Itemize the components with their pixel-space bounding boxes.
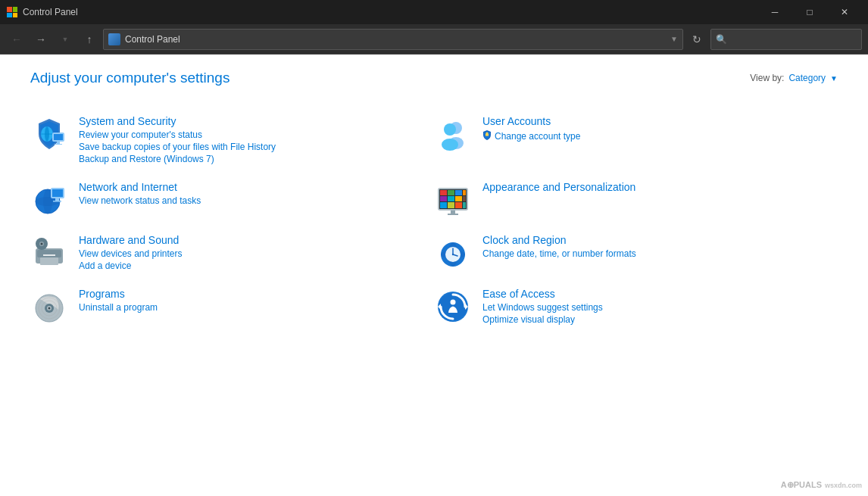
address-chevron-icon: ▼ (670, 35, 678, 43)
clock-link-1[interactable]: Change date, time, or number formats (482, 248, 838, 259)
svg-point-63 (451, 300, 456, 305)
category-clock: Clock and Region Change date, time, or n… (434, 226, 838, 280)
system-security-title[interactable]: System and Security (79, 115, 434, 127)
address-text: Control Panel (125, 34, 666, 45)
ease-of-access-link-1[interactable]: Let Windows suggest settings (482, 302, 838, 313)
up-button[interactable]: ↑ (79, 29, 100, 50)
hardware-title[interactable]: Hardware and Sound (79, 234, 434, 246)
svg-rect-39 (40, 257, 58, 265)
view-by-value[interactable]: Category (788, 73, 826, 83)
programs-icon (30, 288, 68, 326)
svg-rect-33 (455, 202, 462, 208)
svg-rect-4 (54, 134, 63, 140)
title-bar: Control Panel ─ □ ✕ (0, 0, 868, 24)
system-security-link-3[interactable]: Backup and Restore (Windows 7) (79, 154, 434, 164)
address-field[interactable]: Control Panel ▼ (103, 29, 683, 50)
system-security-info: System and Security Review your computer… (79, 115, 434, 166)
svg-rect-31 (440, 202, 447, 208)
page-title: Adjust your computer's settings (30, 70, 229, 86)
ease-of-access-link-2[interactable]: Optimize visual display (482, 314, 838, 325)
view-by-control: View by: Category ▼ (750, 73, 838, 83)
forward-button[interactable]: → (30, 29, 52, 50)
appearance-title[interactable]: Appearance and Personalization (482, 181, 838, 193)
categories-grid: System and Security Review your computer… (30, 108, 838, 334)
svg-point-56 (48, 307, 51, 310)
category-user-accounts: User Accounts Change account type (434, 108, 838, 173)
user-accounts-icon (434, 115, 472, 153)
category-ease-of-access: Ease of Access Let Windows suggest setti… (434, 280, 838, 334)
svg-rect-25 (455, 190, 462, 195)
category-system-security: System and Security Review your computer… (30, 108, 434, 173)
user-accounts-info: User Accounts Change account type (482, 115, 838, 143)
network-icon (30, 181, 68, 219)
search-box[interactable]: 🔍 (710, 29, 862, 50)
svg-point-51 (452, 254, 454, 255)
ease-of-access-title[interactable]: Ease of Access (482, 288, 838, 300)
svg-rect-28 (448, 196, 454, 201)
maximize-button[interactable]: □ (792, 0, 827, 24)
appearance-icon (434, 181, 472, 219)
network-info: Network and Internet View network status… (79, 181, 434, 207)
svg-rect-34 (463, 202, 466, 208)
network-link-1[interactable]: View network status and tasks (79, 195, 434, 206)
svg-rect-19 (55, 198, 59, 201)
clock-info: Clock and Region Change date, time, or n… (482, 234, 838, 260)
programs-info: Programs Uninstall a program (79, 288, 434, 314)
svg-rect-6 (55, 144, 62, 145)
programs-link-1[interactable]: Uninstall a program (79, 302, 434, 313)
programs-title[interactable]: Programs (79, 288, 434, 300)
page-header: Adjust your computer's settings View by:… (30, 70, 838, 86)
view-by-label: View by: (750, 73, 784, 83)
svg-rect-30 (463, 196, 466, 201)
svg-rect-38 (37, 250, 61, 257)
category-hardware: Hardware and Sound View devices and prin… (30, 226, 434, 280)
clock-icon (434, 234, 472, 272)
close-button[interactable]: ✕ (827, 0, 862, 24)
hardware-link-2[interactable]: Add a device (79, 260, 434, 271)
recent-button[interactable]: ▼ (55, 29, 76, 50)
svg-rect-29 (455, 196, 462, 201)
svg-rect-40 (43, 254, 55, 256)
category-programs: Programs Uninstall a program (30, 280, 434, 334)
svg-point-43 (41, 243, 43, 245)
title-bar-controls: ─ □ ✕ (757, 0, 862, 24)
svg-point-12 (486, 133, 489, 135)
clock-title[interactable]: Clock and Region (482, 234, 838, 246)
svg-rect-5 (57, 142, 60, 144)
view-by-chevron-icon: ▼ (830, 74, 838, 83)
svg-rect-27 (440, 196, 447, 201)
minimize-button[interactable]: ─ (757, 0, 792, 24)
shield-icon (482, 129, 492, 143)
svg-rect-32 (448, 202, 454, 208)
appearance-info: Appearance and Personalization (482, 181, 838, 195)
user-accounts-title[interactable]: User Accounts (482, 115, 838, 127)
svg-rect-35 (451, 211, 455, 214)
search-icon: 🔍 (716, 34, 727, 45)
category-appearance: Appearance and Personalization (434, 173, 838, 226)
title-bar-text: Control Panel (23, 7, 753, 17)
refresh-button[interactable]: ↻ (686, 29, 707, 50)
hardware-info: Hardware and Sound View devices and prin… (79, 234, 434, 273)
system-security-icon (30, 115, 68, 153)
category-network: Network and Internet View network status… (30, 173, 434, 226)
change-account-type-link[interactable]: Change account type (495, 131, 580, 142)
hardware-icon (30, 234, 68, 272)
ease-of-access-icon (434, 288, 472, 326)
ease-of-access-info: Ease of Access Let Windows suggest setti… (482, 288, 838, 326)
svg-rect-20 (53, 201, 61, 202)
back-button[interactable]: ← (6, 29, 27, 50)
hardware-link-1[interactable]: View devices and printers (79, 248, 434, 259)
change-account-type-row: Change account type (482, 129, 838, 143)
svg-rect-18 (52, 189, 63, 197)
app-icon (6, 6, 18, 18)
svg-rect-24 (448, 190, 454, 195)
svg-point-10 (442, 139, 458, 151)
svg-rect-36 (448, 214, 458, 215)
address-icon (108, 33, 120, 45)
network-title[interactable]: Network and Internet (79, 181, 434, 193)
svg-rect-23 (440, 190, 447, 195)
address-bar: ← → ▼ ↑ Control Panel ▼ ↻ 🔍 (0, 24, 868, 55)
svg-point-9 (444, 123, 456, 136)
system-security-link-2[interactable]: Save backup copies of your files with Fi… (79, 142, 434, 152)
system-security-link-1[interactable]: Review your computer's status (79, 129, 434, 140)
